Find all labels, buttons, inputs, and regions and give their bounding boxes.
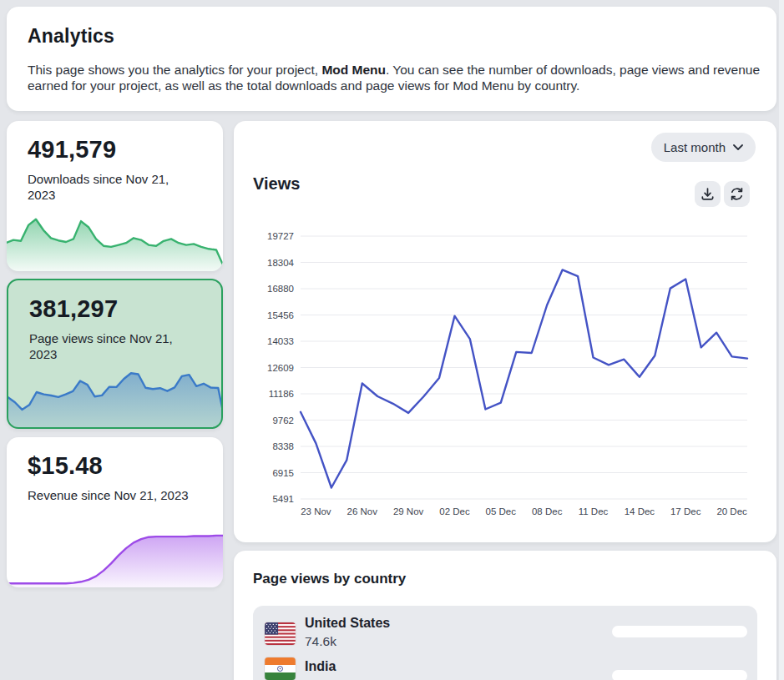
svg-text:17 Dec: 17 Dec xyxy=(670,506,701,516)
svg-text:14 Dec: 14 Dec xyxy=(625,506,655,516)
chevron-down-icon xyxy=(733,144,743,150)
page-scrollbar[interactable] xyxy=(779,0,784,680)
refresh-icon xyxy=(729,186,745,202)
refresh-button[interactable] xyxy=(724,181,750,207)
downloads-sparkline-chart xyxy=(7,212,223,271)
svg-text:19727: 19727 xyxy=(267,231,294,241)
us-flag-icon xyxy=(265,622,296,645)
country-progress-bar xyxy=(612,670,747,680)
country-list: United States 74.6k India xyxy=(253,606,757,680)
downloads-label: Downloads since Nov 21, 2023 xyxy=(28,172,200,204)
revenue-label: Revenue since Nov 21, 2023 xyxy=(28,488,200,504)
page-views-count: 381,297 xyxy=(29,295,118,323)
svg-text:18304: 18304 xyxy=(267,258,295,268)
country-name: India xyxy=(305,659,336,674)
page-views-by-country-card: Page views by country xyxy=(234,551,776,680)
svg-text:8338: 8338 xyxy=(272,441,294,451)
date-range-selector[interactable]: Last month xyxy=(651,133,756,162)
download-icon xyxy=(700,186,716,202)
page-views-sparkline-chart xyxy=(8,368,223,428)
downloads-stat-card[interactable]: 491,579 Downloads since Nov 21, 2023 xyxy=(7,121,223,271)
svg-text:20 Dec: 20 Dec xyxy=(716,506,747,516)
description-text: This page shows you the analytics for yo… xyxy=(28,63,321,77)
svg-text:23 Nov: 23 Nov xyxy=(301,506,331,516)
svg-text:08 Dec: 08 Dec xyxy=(532,506,563,516)
views-chart-card: Last month Views 549169158 xyxy=(234,121,776,542)
views-line-chart: 5491691583389762111861260914033154561688… xyxy=(250,217,761,530)
svg-text:15456: 15456 xyxy=(267,310,294,320)
svg-text:14033: 14033 xyxy=(267,336,294,346)
svg-text:05 Dec: 05 Dec xyxy=(486,506,517,516)
download-button[interactable] xyxy=(695,181,721,207)
downloads-count: 491,579 xyxy=(28,136,116,164)
revenue-stat-card[interactable]: $15.48 Revenue since Nov 21, 2023 xyxy=(7,437,223,587)
revenue-sparkline-chart xyxy=(7,528,223,587)
svg-text:6915: 6915 xyxy=(272,468,294,478)
svg-text:9762: 9762 xyxy=(272,416,294,426)
svg-text:12609: 12609 xyxy=(267,363,294,373)
analytics-page: Analytics This page shows you the analyt… xyxy=(0,0,784,680)
country-section-title: Page views by country xyxy=(253,571,406,587)
svg-text:5491: 5491 xyxy=(272,494,294,504)
page-description: This page shows you the analytics for yo… xyxy=(28,62,761,93)
page-views-stat-card-selected[interactable]: 381,297 Page views since Nov 21, 2023 xyxy=(7,279,223,429)
svg-text:02 Dec: 02 Dec xyxy=(439,506,470,516)
india-flag-icon xyxy=(265,657,296,680)
page-views-label: Page views since Nov 21, 2023 xyxy=(29,331,201,363)
country-progress-bar xyxy=(612,626,747,637)
date-range-label: Last month xyxy=(664,140,726,154)
svg-text:11186: 11186 xyxy=(269,389,294,399)
svg-text:11 Dec: 11 Dec xyxy=(579,506,609,516)
chart-title: Views xyxy=(253,174,300,194)
svg-text:29 Nov: 29 Nov xyxy=(393,506,424,516)
svg-text:16880: 16880 xyxy=(267,284,294,294)
revenue-amount: $15.48 xyxy=(28,452,103,480)
page-title: Analytics xyxy=(28,25,114,48)
project-name: Mod Menu xyxy=(321,63,386,77)
header-card: Analytics This page shows you the analyt… xyxy=(7,7,776,111)
svg-text:26 Nov: 26 Nov xyxy=(347,506,378,516)
country-page-views-value: 74.6k xyxy=(305,634,336,649)
country-name: United States xyxy=(305,616,390,631)
